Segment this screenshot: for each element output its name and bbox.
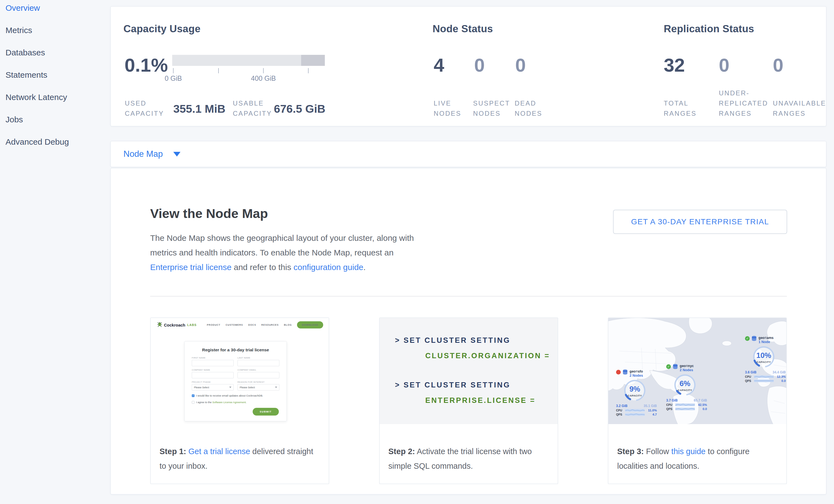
live-nodes-count: 4 [434,56,444,75]
capacity-gauge: 10% CAPACITY [750,345,777,369]
sql-line: ENTERPRISE.LICENSE = [425,396,535,405]
mini-input [192,360,234,366]
checkbox-checked-icon: ✓ [192,394,195,397]
live-nodes-label: LIVENODES [434,98,461,118]
cockroach-labs-logo: Cockroach LABS [157,322,196,328]
suspect-nodes-count: 0 [474,56,485,75]
capacity-usage-title: Capacity Usage [124,23,201,35]
sidebar-item-advanced-debug[interactable]: Advanced Debug [0,131,110,153]
sidebar-item-statements[interactable]: Statements [0,64,110,86]
mini-submit-button: SUBMIT [253,408,279,416]
node-map-preview-image: geo=sfo 2 Nodes 9% CAPACITY [608,318,786,424]
view-selector-bar: Node Map [110,141,827,167]
database-icon [751,336,757,342]
sidebar-item-jobs[interactable]: Jobs [0,108,110,131]
capacity-bar-other-segment [301,55,325,66]
cpu-sparkline [675,403,695,406]
mini-select: Please Select [192,384,234,391]
used-capacity-value: 355.1 MiB [173,103,225,115]
mini-checkbox-row: ✓ I would like to receive email updates … [192,394,279,397]
total-ranges-count: 32 [664,56,685,75]
capacity-gauge: 6% CAPACITY [672,373,698,397]
promo-description-text: and refer to this [232,263,293,272]
promo-description: The Node Map shows the geographical layo… [150,231,426,275]
capacity-axis-label-0: 0 GiB [151,74,195,82]
mini-select: Please Select [238,384,279,391]
steps-cards-row: Cockroach LABS PRODUCT CUSTOMERS DOCS RE… [150,317,787,484]
sidebar-item-metrics[interactable]: Metrics [0,19,110,41]
node-status-title: Node Status [433,23,493,35]
sql-code-block: > SET CLUSTER SETTING CLUSTER.ORGANIZATI… [380,318,558,424]
divider [150,296,787,297]
node-alert-icon [616,370,621,374]
configuration-guide-link[interactable]: configuration guide [293,263,364,272]
capacity-axis-tick [308,68,309,73]
mini-input [238,360,279,366]
db-console-overview-page: Overview Metrics Databases Statements Ne… [0,0,834,504]
usable-capacity-value: 676.5 GiB [274,103,325,115]
dead-nodes-label: DEADNODES [515,98,542,118]
suspect-nodes-label: SUSPECTNODES [473,98,510,118]
sql-line: CLUSTER.ORGANIZATION = [425,352,550,360]
enterprise-trial-license-link[interactable]: Enterprise trial license [150,263,232,272]
locality-nyc: ✓ geo=nyc 2 Nodes [666,364,708,411]
qps-sparkline [754,379,774,382]
total-ranges-label: TOTALRANGES [664,98,697,118]
sidebar-item-overview[interactable]: Overview [0,0,110,19]
capacity-axis-tick [218,68,219,73]
qps-sparkline [675,408,695,410]
sql-line: > SET CLUSTER SETTING [395,336,510,345]
locality-ams: ✓ geo=ams 1 Node [745,336,787,382]
usable-capacity-label: USABLECAPACITY [233,98,272,118]
step3-caption: Step 3: Follow this guide to configure l… [617,444,778,474]
used-capacity-label: USEDCAPACITY [125,98,164,118]
capacity-axis-label-400: 400 GiB [241,74,285,82]
cockroach-icon [157,322,162,328]
capacity-gauge: 9% CAPACITY [621,379,648,402]
step3-card: geo=sfo 2 Nodes 9% CAPACITY [608,317,787,484]
step1-caption: Step 1: Get a trial license delivered st… [159,444,321,474]
chevron-down-icon [173,152,180,156]
sql-line: > SET CLUSTER SETTING [395,381,510,389]
capacity-axis-tick [173,68,174,73]
database-icon [622,369,628,375]
capacity-usage-bar [172,55,325,66]
locality-sfo: geo=sfo 2 Nodes 9% CAPACITY [616,369,658,416]
under-replicated-ranges-label: UNDER-REPLICATEDRANGES [719,88,768,118]
mini-site-nav: PRODUCT CUSTOMERS DOCS RESOURCES BLOG DO… [207,321,323,328]
dead-nodes-count: 0 [515,56,526,75]
step2-caption: Step 2: Activate the trial license with … [389,444,550,474]
unavailable-ranges-count: 0 [773,56,783,75]
promo-description-text: . [364,263,366,272]
node-map-dropdown[interactable]: Node Map [111,149,180,159]
page-title: View the Node Map [150,206,268,221]
step2-card: > SET CLUSTER SETTING CLUSTER.ORGANIZATI… [379,317,558,484]
database-icon [673,364,678,370]
trial-license-form: Register for a 30-day trial license FIRS… [184,341,287,421]
step1-card: Cockroach LABS PRODUCT CUSTOMERS DOCS RE… [150,317,329,484]
mini-input [192,372,234,378]
registration-screenshot: Cockroach LABS PRODUCT CUSTOMERS DOCS RE… [151,318,329,442]
node-healthy-icon: ✓ [666,364,671,369]
mini-checkbox-row: I agree to the Software License Agreemen… [192,401,279,404]
get-trial-license-link[interactable]: Get a trial license [189,447,250,456]
unavailable-ranges-label: UNAVAILABLERANGES [773,98,826,118]
sidebar-item-network-latency[interactable]: Network Latency [0,86,110,108]
mini-form-title: Register for a 30-day trial license [192,348,279,352]
node-map-dropdown-label: Node Map [124,149,163,159]
node-map-promo-panel: View the Node Map The Node Map shows the… [110,168,827,495]
sidebar-item-databases[interactable]: Databases [0,41,110,64]
get-enterprise-trial-button[interactable]: GET A 30-DAY ENTERPRISE TRIAL [613,210,787,234]
this-guide-link[interactable]: this guide [672,447,706,456]
qps-sparkline [625,413,645,416]
cpu-sparkline [625,409,645,412]
node-healthy-icon: ✓ [745,336,750,341]
mini-input [238,372,279,378]
replication-status-title: Replication Status [664,23,754,35]
checkbox-empty-icon [192,401,195,404]
promo-description-text: The Node Map shows the geographical layo… [150,234,414,257]
capacity-used-percent: 0.1% [125,56,168,75]
under-replicated-ranges-count: 0 [719,56,729,75]
capacity-axis-tick [263,68,264,73]
cpu-sparkline [754,375,774,378]
